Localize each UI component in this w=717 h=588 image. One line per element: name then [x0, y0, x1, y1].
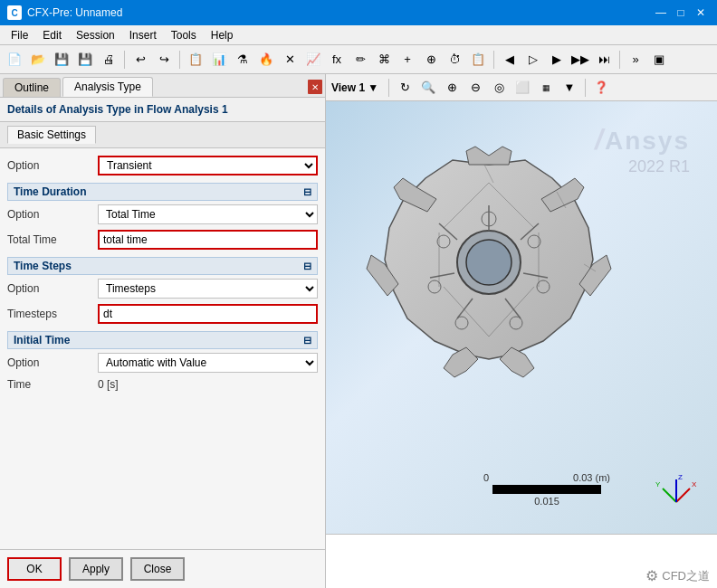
initial-time-option-select[interactable]: Automatic with Value Automatic — [98, 353, 318, 373]
window-controls: — □ ✕ — [652, 4, 710, 22]
time-duration-header: Time Duration ⊟ — [7, 183, 318, 201]
time-duration-option-select[interactable]: Total Time Iterations — [98, 204, 318, 224]
time-steps-option-select[interactable]: Timesteps Adaptive — [98, 279, 318, 299]
view-zoom-out[interactable]: ⊖ — [464, 77, 486, 99]
toolbar-btn4[interactable]: 📊 — [208, 49, 230, 71]
initial-time-collapse[interactable]: ⊟ — [303, 335, 311, 346]
time-value: 0 [s] — [98, 378, 119, 391]
view-help[interactable]: ❓ — [590, 77, 612, 99]
total-time-input[interactable] — [98, 230, 318, 250]
timesteps-input[interactable] — [98, 304, 318, 324]
toolbar-btn10[interactable]: ✏ — [349, 49, 371, 71]
basic-settings-tab[interactable]: Basic Settings — [7, 126, 96, 144]
tab-bar: Outline Analysis Type ✕ — [0, 74, 325, 98]
view-zoom-in[interactable]: ⊕ — [441, 77, 463, 99]
svg-marker-1 — [466, 147, 511, 165]
menu-file[interactable]: File — [4, 27, 35, 43]
toolbar-btn5[interactable]: ⚗ — [232, 49, 253, 71]
toolbar-print[interactable]: 🖨 — [98, 49, 120, 71]
toolbar-more[interactable]: » — [625, 49, 646, 71]
tab-outline[interactable]: Outline — [3, 78, 61, 97]
time-steps-collapse[interactable]: ⊟ — [303, 261, 311, 272]
total-time-control — [98, 230, 318, 250]
close-button[interactable]: ✕ — [692, 4, 710, 22]
toolbar-btn3[interactable]: 📋 — [185, 49, 206, 71]
minimize-button[interactable]: — — [652, 4, 670, 22]
time-steps-option-label: Option — [7, 282, 98, 295]
toolbar-undo[interactable]: ↩ — [129, 49, 151, 71]
initial-time-header: Initial Time ⊟ — [7, 331, 318, 349]
maximize-button[interactable]: □ — [672, 4, 690, 22]
toolbar-btn8[interactable]: 📈 — [302, 49, 324, 71]
menu-help[interactable]: Help — [204, 27, 241, 43]
time-steps-option-row: Option Timesteps Adaptive — [7, 279, 318, 299]
toolbar-redo[interactable]: ↪ — [153, 49, 175, 71]
bottom-buttons: OK Apply Close — [0, 549, 325, 588]
option-row: Option Transient Steady State — [7, 156, 318, 175]
toolbar-save[interactable]: 💾 — [51, 49, 72, 71]
view-zoom-fit[interactable]: 🔍 — [417, 77, 439, 99]
initial-time-option-label: Option — [7, 356, 98, 369]
option-control: Transient Steady State — [98, 156, 318, 175]
menu-tools[interactable]: Tools — [164, 27, 204, 43]
watermark: ⚙ CFD之道 — [645, 567, 710, 584]
main-toolbar: 📄 📂 💾 💾 🖨 ↩ ↪ 📋 📊 ⚗ 🔥 ✕ 📈 fx ✏ ⌘ + ⊕ ⏱ 📋… — [0, 45, 717, 74]
view-select[interactable]: ▦ — [535, 77, 557, 99]
timesteps-row: Timesteps — [7, 304, 318, 324]
window-title: CFX-Pre: Unnamed — [27, 6, 122, 19]
menu-bar: File Edit Session Insert Tools Help — [0, 25, 717, 45]
toolbar-btn11[interactable]: ⌘ — [373, 49, 395, 71]
view-bbox[interactable]: ⬜ — [511, 77, 533, 99]
view-dropdown2[interactable]: ▼ — [559, 77, 580, 99]
tab-analysis-type[interactable]: Analysis Type — [62, 77, 153, 97]
toolbar-btn7[interactable]: ✕ — [279, 49, 301, 71]
panel-header: Details of Analysis Type in Flow Analysi… — [0, 98, 325, 122]
menu-edit[interactable]: Edit — [35, 27, 69, 43]
app-icon: C — [7, 5, 22, 20]
form-area: Option Transient Steady State Time Durat… — [0, 148, 325, 549]
toolbar-new[interactable]: 📄 — [4, 49, 25, 71]
tab-close-button[interactable]: ✕ — [308, 80, 322, 94]
view-label: View 1 ▼ — [331, 81, 378, 94]
toolbar-btn20[interactable]: ⏭ — [593, 49, 615, 71]
toolbar-btn13[interactable]: ⊕ — [420, 49, 442, 71]
option-select[interactable]: Transient Steady State — [98, 156, 318, 175]
option-label: Option — [7, 159, 98, 172]
svg-line-33 — [676, 488, 690, 502]
toolbar-btn19[interactable]: ▶▶ — [569, 49, 591, 71]
ok-button[interactable]: OK — [7, 557, 62, 581]
svg-point-9 — [466, 240, 511, 285]
view-dropdown-icon[interactable]: ▼ — [368, 81, 378, 94]
view-toolbar-sep — [388, 79, 389, 97]
svg-text:Z: Z — [678, 473, 683, 481]
right-panel: View 1 ▼ ↻ 🔍 ⊕ ⊖ ◎ ⬜ ▦ ▼ ❓ /Ansys 2022 R… — [326, 74, 717, 588]
menu-insert[interactable]: Insert — [122, 27, 164, 43]
time-duration-collapse[interactable]: ⊟ — [303, 186, 311, 198]
toolbar-sep-1 — [124, 51, 125, 69]
timesteps-control — [98, 304, 318, 324]
scale-bar-visual — [492, 485, 601, 494]
toolbar-btn18[interactable]: ▶ — [546, 49, 568, 71]
total-time-label: Total Time — [7, 233, 98, 246]
toolbar-btn9[interactable]: fx — [326, 49, 348, 71]
toolbar-btn16[interactable]: ◀ — [499, 49, 521, 71]
toolbar-btn14[interactable]: ⏱ — [444, 49, 465, 71]
toolbar-save2[interactable]: 💾 — [74, 49, 96, 71]
view-rotate[interactable]: ◎ — [488, 77, 510, 99]
view-fit[interactable]: ↻ — [394, 77, 416, 99]
toolbar-btn15[interactable]: 📋 — [467, 49, 489, 71]
toolbar-btn17[interactable]: ▷ — [522, 49, 544, 71]
menu-session[interactable]: Session — [69, 27, 122, 43]
toolbar-open[interactable]: 📂 — [27, 49, 49, 71]
toolbar-btn6[interactable]: 🔥 — [255, 49, 277, 71]
close-button-panel[interactable]: Close — [130, 557, 185, 581]
view-toolbar-sep2 — [585, 79, 586, 97]
toolbar-btn12[interactable]: + — [397, 49, 418, 71]
svg-text:X: X — [692, 480, 697, 488]
time-label: Time — [7, 378, 98, 391]
time-steps-header: Time Steps ⊟ — [7, 257, 318, 275]
viewport: /Ansys 2022 R1 — [326, 101, 717, 534]
svg-line-35 — [663, 488, 676, 502]
apply-button[interactable]: Apply — [69, 557, 123, 581]
toolbar-end[interactable]: ▣ — [648, 49, 670, 71]
